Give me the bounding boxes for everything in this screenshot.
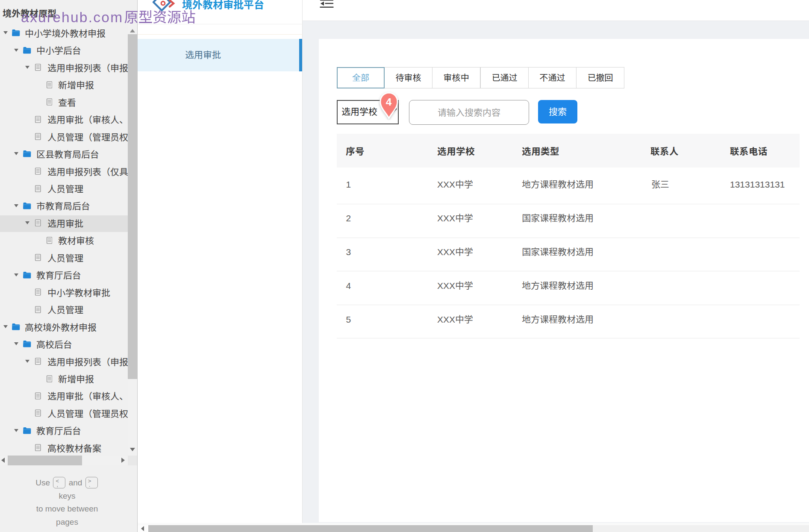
svg-text:4: 4 (386, 96, 392, 108)
